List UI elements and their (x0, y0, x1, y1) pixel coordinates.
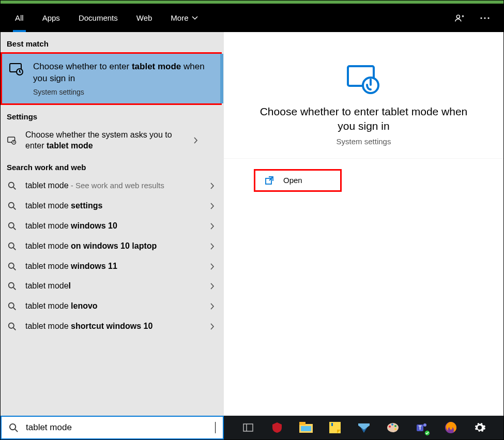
chevron-right-icon (210, 323, 218, 330)
web-label: Search work and web (1, 156, 224, 176)
web-result-text: tablet mode lenovo (25, 301, 202, 312)
taskbar-settings[interactable] (472, 420, 487, 435)
web-result-5[interactable]: tablet model (1, 276, 224, 296)
taskbar-file-explorer[interactable] (299, 420, 313, 435)
chevron-down-icon (192, 16, 198, 20)
svg-point-8 (8, 183, 13, 188)
svg-point-30 (394, 425, 396, 427)
svg-rect-24 (301, 426, 311, 431)
tablet-mode-icon (255, 63, 472, 95)
web-result-0[interactable]: tablet mode - See work and web results (1, 176, 224, 196)
open-icon (265, 176, 274, 185)
more-options-icon[interactable] (479, 12, 491, 24)
chevron-right-icon (210, 203, 218, 209)
tab-apps[interactable]: Apps (33, 4, 69, 32)
tab-more[interactable]: More (161, 4, 207, 32)
search-icon (7, 202, 17, 210)
chevron-right-icon (210, 303, 218, 310)
open-label: Open (283, 176, 302, 185)
chevron-right-icon (210, 183, 218, 189)
svg-point-28 (389, 426, 391, 428)
taskbar-paint[interactable] (386, 420, 400, 435)
svg-rect-23 (299, 422, 306, 425)
open-button[interactable]: Open (254, 169, 342, 192)
settings-result-text: Choose whether the system asks you to en… (25, 130, 186, 151)
web-result-7[interactable]: tablet mode shortcut windows 10 (1, 316, 224, 337)
chevron-right-icon (210, 243, 218, 250)
taskbar-mail[interactable] (357, 420, 371, 435)
taskbar-task-view[interactable] (241, 420, 255, 435)
taskbar-sticky-notes[interactable] (328, 420, 342, 435)
chevron-right-icon (210, 223, 218, 230)
tablet-mode-icon (8, 61, 25, 78)
tablet-mode-icon (7, 135, 17, 146)
search-input[interactable] (26, 422, 215, 433)
search-bar[interactable] (1, 416, 224, 439)
settings-label: Settings (1, 105, 224, 125)
svg-point-9 (8, 203, 13, 208)
web-result-1[interactable]: tablet mode settings (1, 196, 224, 216)
chevron-right-icon (194, 137, 201, 144)
web-result-6[interactable]: tablet mode lenovo (1, 296, 224, 316)
svg-point-19 (10, 423, 16, 429)
search-icon (7, 322, 17, 331)
taskbar: T (224, 416, 503, 439)
best-match-subtitle: System settings (33, 88, 214, 96)
web-result-text: tablet model (25, 281, 202, 292)
svg-point-1 (480, 17, 482, 19)
svg-point-15 (8, 323, 13, 328)
chevron-right-icon (210, 283, 218, 290)
taskbar-teams[interactable]: T (415, 420, 429, 435)
search-icon (7, 242, 17, 251)
svg-point-2 (484, 17, 485, 19)
svg-rect-20 (243, 424, 253, 431)
svg-rect-25 (329, 422, 341, 433)
tab-all[interactable]: All (6, 4, 33, 32)
svg-point-14 (8, 303, 13, 308)
svg-point-11 (8, 242, 13, 248)
chevron-right-icon (210, 263, 218, 270)
svg-point-3 (487, 17, 489, 19)
search-icon (7, 302, 17, 311)
svg-point-12 (8, 263, 13, 268)
search-icon (7, 222, 17, 231)
taskbar-firefox[interactable] (444, 420, 458, 435)
settings-result[interactable]: Choose whether the system asks you to en… (1, 125, 224, 156)
search-icon (7, 181, 17, 190)
web-result-2[interactable]: tablet mode windows 10 (1, 216, 224, 236)
web-result-text: tablet mode windows 10 (25, 221, 202, 232)
taskbar-mcafee[interactable] (270, 420, 284, 435)
search-icon (9, 423, 19, 433)
web-result-3[interactable]: tablet mode on windows 10 laptop (1, 236, 224, 256)
web-result-text: tablet mode settings (25, 201, 202, 211)
svg-point-10 (8, 223, 13, 228)
preview-title: Choose whether to enter tablet mode when… (255, 104, 472, 134)
web-result-text: tablet mode windows 11 (25, 261, 202, 272)
search-icon (7, 282, 17, 291)
tab-documents[interactable]: Documents (69, 4, 127, 32)
people-icon[interactable] (454, 12, 466, 24)
preview-panel: Choose whether to enter tablet mode when… (224, 32, 503, 416)
svg-text:T: T (418, 425, 421, 431)
svg-point-0 (456, 15, 460, 18)
search-icon (7, 262, 17, 271)
best-match-result[interactable]: Choose whether to enter tablet mode when… (1, 52, 222, 105)
svg-rect-26 (331, 423, 333, 426)
svg-point-34 (423, 423, 426, 427)
web-result-text: tablet mode - See work and web results (25, 180, 202, 191)
svg-point-13 (8, 283, 13, 288)
web-result-text: tablet mode on windows 10 laptop (25, 241, 202, 252)
best-match-label: Best match (1, 32, 224, 52)
preview-subtitle: System settings (255, 137, 472, 146)
tab-more-label: More (171, 13, 188, 22)
svg-point-29 (391, 423, 393, 426)
best-match-title: Choose whether to enter tablet mode when… (33, 61, 214, 85)
svg-point-31 (394, 428, 396, 430)
web-result-text: tablet mode shortcut windows 10 (25, 321, 202, 332)
tab-web[interactable]: Web (127, 4, 162, 32)
results-panel: Best match Choose whether to enter table… (1, 32, 224, 416)
search-header: All Apps Documents Web More (1, 4, 503, 32)
web-result-4[interactable]: tablet mode windows 11 (1, 256, 224, 277)
